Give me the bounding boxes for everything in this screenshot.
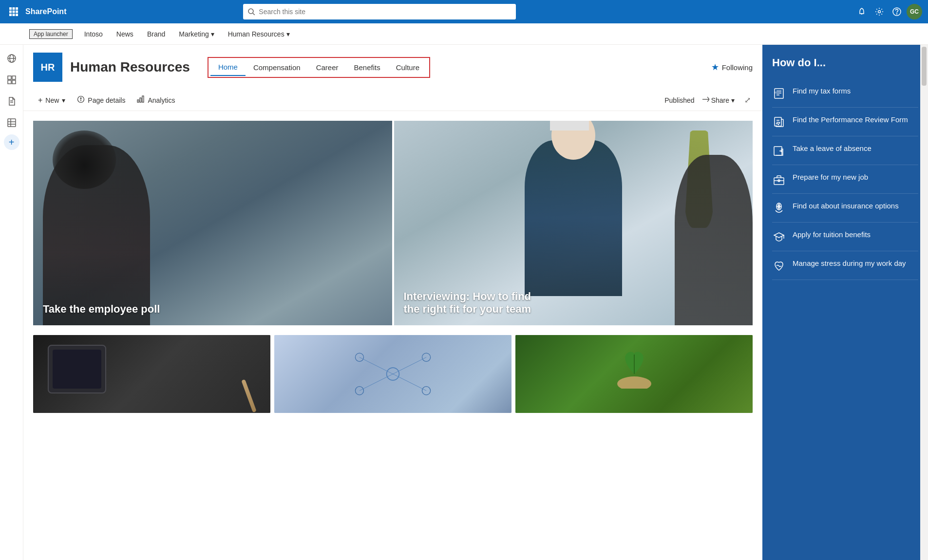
right-panel-item-stress[interactable]: Manage stress during my work day [772,251,918,280]
page-toolbar: + New ▾ Page details [23,90,762,111]
site-header: HR Human Resources Home Compensation Car… [23,45,762,90]
card-3[interactable] [515,335,753,413]
share-icon [702,96,709,104]
newjob-icon [772,173,786,187]
svg-rect-34 [142,96,144,102]
main-content-wrapper: HR Human Resources Home Compensation Car… [23,45,928,560]
svg-line-10 [253,13,255,15]
svg-rect-33 [140,98,141,102]
right-panel-item-leave[interactable]: Take a leave of absence [772,136,918,165]
help-icon[interactable] [889,4,905,19]
marketing-chevron-icon: ▾ [211,30,214,38]
top-bar-icons: GC [854,4,922,19]
right-panel: How do I... Find my tax forms [762,45,928,560]
tax-forms-label: Find my tax forms [793,86,851,96]
nav-item-intoso[interactable]: Intoso [78,23,109,45]
left-sidebar: + [0,45,23,560]
hr-chevron-icon: ▾ [286,30,290,38]
svg-line-40 [360,357,393,374]
scrollbar-thumb[interactable] [922,47,927,86]
svg-line-42 [360,374,393,391]
page-details-icon [77,95,85,105]
right-panel-item-review[interactable]: Find the Performance Review Form [772,108,918,136]
nav-compensation[interactable]: Compensation [246,59,308,75]
hero-image-2[interactable]: Interviewing: How to find the right fit … [394,121,753,325]
right-panel-title: How do I... [772,56,918,69]
waffle-menu-button[interactable] [6,4,21,19]
notifications-icon[interactable] [854,4,870,19]
svg-rect-1 [13,7,15,10]
svg-rect-19 [8,76,11,79]
page-details-button[interactable]: Page details [72,93,130,108]
following-button[interactable]: ★ Following [711,62,753,73]
app-launcher-button[interactable]: App launcher [29,29,73,39]
right-panel-item-tuition[interactable]: Apply for tuition benefits [772,223,918,251]
search-input[interactable] [259,8,511,16]
grid-icon[interactable] [2,70,21,90]
analytics-button[interactable]: Analytics [132,93,180,108]
add-section-icon[interactable]: + [4,134,19,150]
expand-button[interactable]: ⤢ [742,93,753,107]
document-icon[interactable] [2,92,21,111]
svg-rect-51 [775,117,781,126]
user-avatar[interactable]: GC [907,4,922,19]
card-1[interactable] [33,335,270,413]
hero-caption-2: Interviewing: How to find the right fit … [404,290,531,316]
settings-icon[interactable] [871,4,887,19]
svg-rect-8 [16,14,18,16]
new-chevron-icon: ▾ [62,96,65,104]
stress-icon [772,259,786,273]
leave-label: Take a leave of absence [793,143,871,153]
svg-point-30 [80,98,81,99]
svg-rect-25 [8,119,16,127]
right-panel-item-insurance[interactable]: Find out about insurance options [772,194,918,223]
svg-point-15 [897,14,897,14]
insurance-label: Find out about insurance options [793,201,899,211]
hero-image-1[interactable]: Take the employee poll [33,121,392,325]
card-2[interactable] [274,335,511,413]
right-panel-item-newjob[interactable]: Prepare for my new job [772,165,918,194]
scrollbar-track [920,45,928,560]
svg-rect-55 [774,178,784,185]
svg-rect-6 [9,14,12,16]
nav-culture[interactable]: Culture [388,59,427,75]
newjob-label: Prepare for my new job [793,172,868,182]
site-title: Human Resources [70,59,190,75]
svg-point-13 [878,11,881,13]
hero-section: Take the employee poll Interviewing: How… [33,121,753,325]
right-panel-item-tax[interactable]: Find my tax forms [772,79,918,108]
svg-line-41 [393,357,427,374]
share-chevron-icon: ▾ [731,96,735,104]
new-button[interactable]: + New ▾ [33,93,70,108]
tuition-label: Apply for tuition benefits [793,229,871,240]
svg-point-44 [617,376,651,389]
review-form-label: Find the Performance Review Form [793,114,908,125]
nav-career[interactable]: Career [308,59,346,75]
nav-home[interactable]: Home [210,59,246,76]
share-button[interactable]: Share ▾ [699,94,739,106]
svg-rect-5 [16,11,18,13]
svg-rect-22 [12,80,16,84]
new-plus-icon: + [38,96,42,105]
nav-item-brand[interactable]: Brand [141,23,171,45]
hero-caption-1: Take the employee poll [43,303,160,316]
tuition-icon [772,230,786,244]
stress-label: Manage stress during my work day [793,258,906,268]
globe-icon[interactable] [2,49,21,68]
svg-rect-2 [16,7,18,10]
search-box[interactable] [243,4,516,19]
site-logo: HR [33,53,62,82]
insurance-icon [772,202,786,215]
svg-point-9 [248,9,253,14]
nav-benefits[interactable]: Benefits [346,59,388,75]
nav-item-news[interactable]: News [111,23,139,45]
nav-item-hr[interactable]: Human Resources ▾ [222,23,296,45]
svg-rect-32 [137,100,139,102]
svg-rect-21 [8,80,11,84]
secondary-navigation: App launcher Intoso News Brand Marketing… [0,23,928,45]
svg-rect-7 [13,14,15,16]
svg-rect-4 [13,11,15,13]
toolbar-right: Published Share ▾ ⤢ [664,93,753,107]
list-icon[interactable] [2,113,21,132]
nav-item-marketing[interactable]: Marketing ▾ [173,23,220,45]
